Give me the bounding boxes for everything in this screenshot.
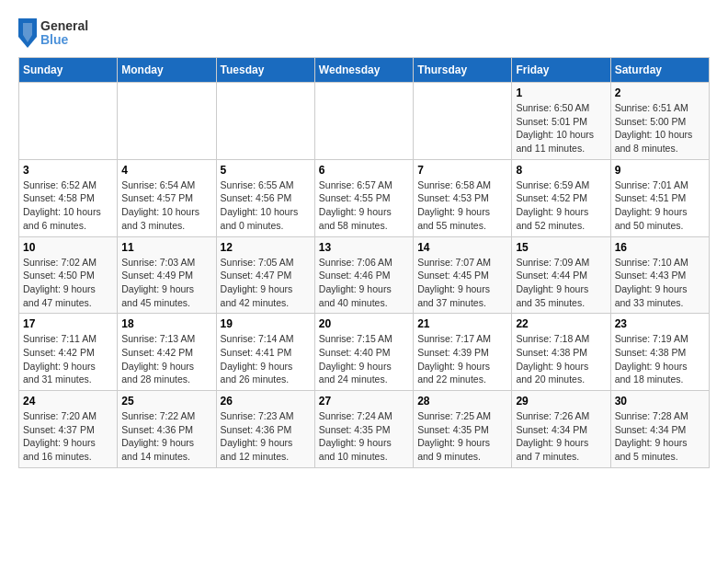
- day-info: Sunrise: 7:20 AM Sunset: 4:37 PM Dayligh…: [23, 409, 113, 464]
- day-info: Sunrise: 7:24 AM Sunset: 4:35 PM Dayligh…: [319, 409, 409, 464]
- day-number: 25: [121, 395, 211, 408]
- day-number: 13: [319, 241, 409, 254]
- calendar-cell: 3Sunrise: 6:52 AM Sunset: 4:58 PM Daylig…: [19, 159, 118, 236]
- day-info: Sunrise: 7:17 AM Sunset: 4:39 PM Dayligh…: [417, 332, 507, 386]
- day-number: 16: [615, 241, 705, 254]
- logo-blue: Blue: [40, 33, 88, 47]
- calendar-cell: 21Sunrise: 7:17 AM Sunset: 4:39 PM Dayli…: [414, 314, 512, 391]
- calendar-cell: 23Sunrise: 7:19 AM Sunset: 4:38 PM Dayli…: [610, 314, 709, 391]
- day-number: 27: [319, 395, 409, 408]
- calendar-cell: 12Sunrise: 7:05 AM Sunset: 4:47 PM Dayli…: [216, 236, 314, 314]
- day-info: Sunrise: 7:01 AM Sunset: 4:51 PM Dayligh…: [615, 178, 705, 233]
- calendar-header: SundayMondayTuesdayWednesdayThursdayFrid…: [19, 58, 710, 83]
- day-info: Sunrise: 6:55 AM Sunset: 4:56 PM Dayligh…: [221, 178, 311, 233]
- day-info: Sunrise: 7:19 AM Sunset: 4:38 PM Dayligh…: [615, 332, 705, 386]
- calendar-cell: 30Sunrise: 7:28 AM Sunset: 4:34 PM Dayli…: [610, 391, 709, 468]
- calendar-cell: 13Sunrise: 7:06 AM Sunset: 4:46 PM Dayli…: [314, 236, 413, 314]
- day-info: Sunrise: 7:23 AM Sunset: 4:36 PM Dayligh…: [221, 409, 311, 464]
- day-info: Sunrise: 7:11 AM Sunset: 4:42 PM Dayligh…: [23, 332, 113, 386]
- day-number: 29: [516, 395, 606, 408]
- day-info: Sunrise: 7:14 AM Sunset: 4:41 PM Dayligh…: [221, 332, 311, 386]
- day-info: Sunrise: 6:58 AM Sunset: 4:53 PM Dayligh…: [417, 178, 507, 233]
- day-info: Sunrise: 7:09 AM Sunset: 4:44 PM Dayligh…: [516, 256, 606, 310]
- day-number: 15: [516, 241, 606, 254]
- day-info: Sunrise: 7:28 AM Sunset: 4:34 PM Dayligh…: [615, 409, 705, 464]
- logo-text: General Blue: [18, 18, 88, 48]
- calendar-week-5: 24Sunrise: 7:20 AM Sunset: 4:37 PM Dayli…: [19, 391, 710, 468]
- day-number: 19: [221, 317, 311, 330]
- day-info: Sunrise: 7:03 AM Sunset: 4:49 PM Dayligh…: [121, 256, 211, 310]
- day-number: 2: [615, 86, 705, 99]
- calendar-cell: 5Sunrise: 6:55 AM Sunset: 4:56 PM Daylig…: [216, 159, 314, 236]
- day-info: Sunrise: 6:54 AM Sunset: 4:57 PM Dayligh…: [121, 178, 211, 233]
- day-number: 7: [417, 164, 507, 177]
- logo: General Blue: [18, 18, 88, 48]
- calendar-cell: 14Sunrise: 7:07 AM Sunset: 4:45 PM Dayli…: [414, 236, 512, 314]
- weekday-header-saturday: Saturday: [610, 58, 709, 83]
- calendar-cell: [216, 83, 314, 160]
- day-info: Sunrise: 7:18 AM Sunset: 4:38 PM Dayligh…: [516, 332, 606, 386]
- day-info: Sunrise: 7:10 AM Sunset: 4:43 PM Dayligh…: [615, 256, 705, 310]
- day-number: 6: [319, 164, 409, 177]
- day-info: Sunrise: 6:59 AM Sunset: 4:52 PM Dayligh…: [516, 178, 606, 233]
- calendar-cell: 25Sunrise: 7:22 AM Sunset: 4:36 PM Dayli…: [118, 391, 216, 468]
- weekday-header-sunday: Sunday: [19, 58, 118, 83]
- calendar-cell: 7Sunrise: 6:58 AM Sunset: 4:53 PM Daylig…: [414, 159, 512, 236]
- logo-general: General: [40, 19, 88, 33]
- day-info: Sunrise: 7:22 AM Sunset: 4:36 PM Dayligh…: [121, 409, 211, 464]
- day-info: Sunrise: 7:07 AM Sunset: 4:45 PM Dayligh…: [417, 256, 507, 310]
- weekday-row: SundayMondayTuesdayWednesdayThursdayFrid…: [19, 58, 710, 83]
- day-number: 21: [417, 317, 507, 330]
- day-number: 10: [23, 241, 113, 254]
- calendar-cell: 18Sunrise: 7:13 AM Sunset: 4:42 PM Dayli…: [118, 314, 216, 391]
- day-number: 24: [23, 395, 113, 408]
- day-info: Sunrise: 6:52 AM Sunset: 4:58 PM Dayligh…: [23, 178, 113, 233]
- calendar-cell: 2Sunrise: 6:51 AM Sunset: 5:00 PM Daylig…: [610, 83, 709, 160]
- day-info: Sunrise: 6:50 AM Sunset: 5:01 PM Dayligh…: [516, 101, 606, 155]
- calendar-cell: 6Sunrise: 6:57 AM Sunset: 4:55 PM Daylig…: [314, 159, 413, 236]
- calendar-cell: 19Sunrise: 7:14 AM Sunset: 4:41 PM Dayli…: [216, 314, 314, 391]
- page-header: General Blue: [18, 18, 710, 48]
- weekday-header-monday: Monday: [118, 58, 216, 83]
- calendar-cell: 9Sunrise: 7:01 AM Sunset: 4:51 PM Daylig…: [610, 159, 709, 236]
- day-info: Sunrise: 7:26 AM Sunset: 4:34 PM Dayligh…: [516, 409, 606, 464]
- calendar-cell: 4Sunrise: 6:54 AM Sunset: 4:57 PM Daylig…: [118, 159, 216, 236]
- day-info: Sunrise: 7:13 AM Sunset: 4:42 PM Dayligh…: [121, 332, 211, 386]
- day-number: 17: [23, 317, 113, 330]
- calendar-week-3: 10Sunrise: 7:02 AM Sunset: 4:50 PM Dayli…: [19, 236, 710, 314]
- calendar-table: SundayMondayTuesdayWednesdayThursdayFrid…: [18, 57, 710, 468]
- calendar-cell: [19, 83, 118, 160]
- day-number: 11: [121, 241, 211, 254]
- calendar-cell: [118, 83, 216, 160]
- weekday-header-friday: Friday: [512, 58, 610, 83]
- calendar-cell: 10Sunrise: 7:02 AM Sunset: 4:50 PM Dayli…: [19, 236, 118, 314]
- day-number: 18: [121, 317, 211, 330]
- calendar-cell: 8Sunrise: 6:59 AM Sunset: 4:52 PM Daylig…: [512, 159, 610, 236]
- day-number: 3: [23, 164, 113, 177]
- calendar-cell: [414, 83, 512, 160]
- day-info: Sunrise: 7:06 AM Sunset: 4:46 PM Dayligh…: [319, 256, 409, 310]
- calendar-cell: 17Sunrise: 7:11 AM Sunset: 4:42 PM Dayli…: [19, 314, 118, 391]
- day-info: Sunrise: 6:51 AM Sunset: 5:00 PM Dayligh…: [615, 101, 705, 155]
- calendar-week-1: 1Sunrise: 6:50 AM Sunset: 5:01 PM Daylig…: [19, 83, 710, 160]
- calendar-cell: 26Sunrise: 7:23 AM Sunset: 4:36 PM Dayli…: [216, 391, 314, 468]
- calendar-cell: 16Sunrise: 7:10 AM Sunset: 4:43 PM Dayli…: [610, 236, 709, 314]
- calendar-week-4: 17Sunrise: 7:11 AM Sunset: 4:42 PM Dayli…: [19, 314, 710, 391]
- calendar-cell: 29Sunrise: 7:26 AM Sunset: 4:34 PM Dayli…: [512, 391, 610, 468]
- weekday-header-thursday: Thursday: [414, 58, 512, 83]
- day-number: 8: [516, 164, 606, 177]
- day-info: Sunrise: 6:57 AM Sunset: 4:55 PM Dayligh…: [319, 178, 409, 233]
- day-number: 30: [615, 395, 705, 408]
- calendar-cell: 22Sunrise: 7:18 AM Sunset: 4:38 PM Dayli…: [512, 314, 610, 391]
- day-number: 23: [615, 317, 705, 330]
- day-number: 22: [516, 317, 606, 330]
- day-number: 1: [516, 86, 606, 99]
- calendar-cell: 20Sunrise: 7:15 AM Sunset: 4:40 PM Dayli…: [314, 314, 413, 391]
- day-number: 5: [221, 164, 311, 177]
- calendar-cell: 15Sunrise: 7:09 AM Sunset: 4:44 PM Dayli…: [512, 236, 610, 314]
- calendar-week-2: 3Sunrise: 6:52 AM Sunset: 4:58 PM Daylig…: [19, 159, 710, 236]
- day-number: 9: [615, 164, 705, 177]
- day-info: Sunrise: 7:15 AM Sunset: 4:40 PM Dayligh…: [319, 332, 409, 386]
- day-info: Sunrise: 7:25 AM Sunset: 4:35 PM Dayligh…: [417, 409, 507, 464]
- calendar-cell: 28Sunrise: 7:25 AM Sunset: 4:35 PM Dayli…: [414, 391, 512, 468]
